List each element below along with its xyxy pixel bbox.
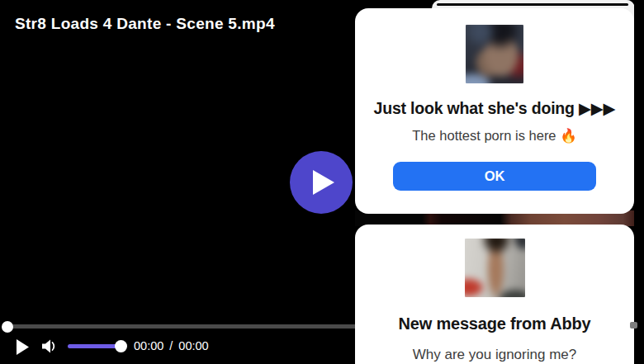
volume-button[interactable]: [40, 337, 59, 355]
play-button[interactable]: [12, 335, 33, 358]
message-heading: New message from Abby: [399, 314, 591, 333]
play-icon: [17, 339, 29, 355]
big-play-button[interactable]: [290, 151, 353, 214]
volume-thumb[interactable]: [115, 340, 127, 352]
current-time: 00:00: [134, 339, 163, 352]
volume-icon: [42, 339, 58, 353]
ad-dialog-offer: Just look what she's doing ▶▶▶ The hotte…: [355, 8, 634, 214]
offer-heading: Just look what she's doing ▶▶▶: [374, 99, 616, 118]
seek-thumb[interactable]: [2, 321, 13, 333]
play-icon: [313, 170, 334, 195]
message-body: Why are you ignoring me?: [413, 347, 576, 363]
ok-button[interactable]: OK: [393, 162, 596, 191]
duration: 00:00: [178, 339, 208, 352]
thumbnail-image: [466, 25, 523, 83]
time-separator: /: [169, 339, 173, 352]
ad-dialog-message: New message from Abby Why are you ignori…: [355, 225, 634, 364]
background-popup-border: [437, 3, 628, 6]
webcam-room-thumbnail[interactable]: [466, 25, 523, 83]
page-gutter: [634, 0, 644, 364]
volume-slider[interactable]: [68, 344, 120, 348]
video-player-page: Str8 Loads 4 Dante - Scene 5.mp4 00:00/0…: [0, 0, 644, 364]
thumbnail-image: [465, 239, 525, 297]
time-display: 00:00/00:00: [134, 339, 209, 352]
video-title: Str8 Loads 4 Dante - Scene 5.mp4: [15, 15, 275, 33]
offer-subtext: The hottest porn is here 🔥: [412, 128, 576, 144]
scrollbar-thumb[interactable]: [630, 322, 637, 329]
selfie-room-thumbnail[interactable]: [465, 239, 525, 297]
